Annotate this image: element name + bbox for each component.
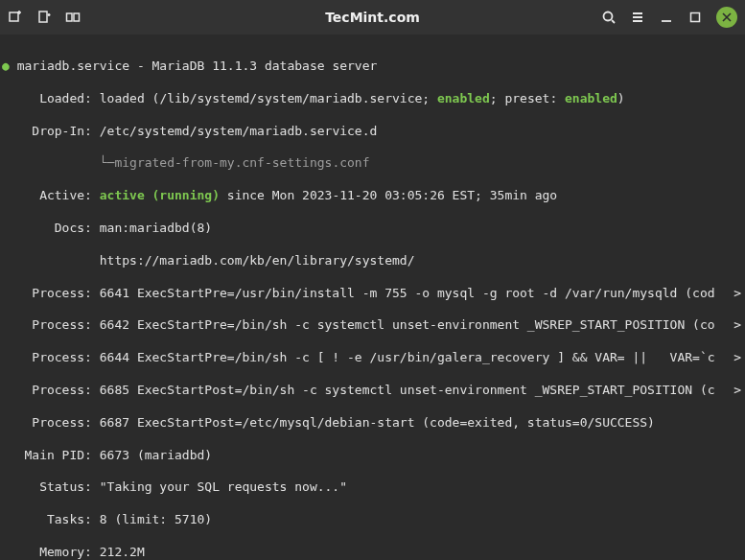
unit-path: /lib/systemd/system/mariadb.service (159, 91, 422, 105)
svg-rect-2 (67, 13, 73, 21)
menu-icon[interactable] (630, 10, 645, 25)
process-line: Process: 6685 ExecStartPost=/bin/sh -c s… (2, 383, 741, 399)
process-line: Process: 6687 ExecStartPost=/etc/mysql/d… (2, 415, 743, 432)
search-icon[interactable] (601, 10, 617, 25)
docs-line-1: Docs: man:mariadbd(8) (2, 221, 743, 237)
tasks-line: Tasks: 8 (limit: 5710) (2, 512, 743, 528)
svg-rect-0 (10, 12, 18, 21)
active-state: active (running) (100, 188, 220, 202)
enabled-state: enabled (437, 91, 490, 105)
docs-line-2: https://mariadb.com/kb/en/library/system… (2, 253, 743, 269)
active-line: Active: active (running) since Mon 2023-… (2, 188, 743, 204)
loaded-line: Loaded: loaded (/lib/systemd/system/mari… (2, 91, 743, 107)
svg-point-4 (604, 12, 613, 21)
unit-name: mariadb.service (17, 58, 129, 73)
status-header: ● mariadb.service - MariaDB 11.1.3 datab… (2, 58, 743, 75)
dropin-line: Drop-In: /etc/systemd/system/mariadb.ser… (2, 124, 743, 140)
status-dot-icon: ● (2, 58, 10, 73)
titlebar-left (8, 10, 325, 25)
close-button[interactable] (716, 7, 737, 28)
svg-rect-5 (691, 13, 700, 22)
mainpid-line: Main PID: 6673 (mariadbd) (2, 448, 743, 464)
process-line: Process: 6641 ExecStartPre=/usr/bin/inst… (2, 286, 741, 302)
status-text-line: Status: "Taking your SQL requests now...… (2, 479, 743, 496)
svg-rect-3 (74, 13, 80, 21)
preset-state: enabled (565, 91, 617, 105)
unit-description: MariaDB 11.1.3 database server (152, 58, 378, 73)
svg-rect-1 (39, 12, 47, 22)
maximize-icon[interactable] (687, 10, 703, 25)
terminal-output[interactable]: ● mariadb.service - MariaDB 11.1.3 datab… (0, 35, 745, 560)
memory-line: Memory: 212.2M (2, 545, 743, 560)
window-title: TecMint.com (325, 10, 420, 25)
new-tab-icon[interactable] (8, 10, 23, 25)
window-titlebar: TecMint.com (0, 0, 745, 35)
process-line: Process: 6644 ExecStartPre=/bin/sh -c [ … (2, 350, 741, 366)
dropin-child: └─migrated-from-my.cnf-settings.conf (2, 155, 743, 172)
minimize-icon[interactable] (659, 10, 674, 25)
process-line: Process: 6642 ExecStartPre=/bin/sh -c sy… (2, 317, 741, 334)
new-window-icon[interactable] (36, 10, 52, 25)
titlebar-right (420, 7, 737, 28)
split-icon[interactable] (65, 10, 81, 25)
